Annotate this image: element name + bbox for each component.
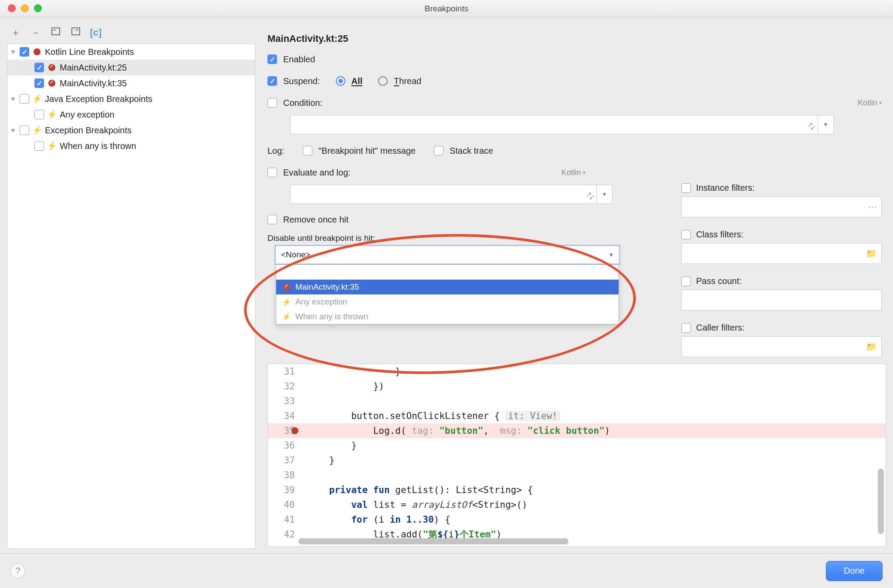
folder-icon[interactable]: 📁 [866, 341, 877, 352]
breakpoint-dot-icon [47, 63, 56, 72]
item-checkbox[interactable] [34, 141, 44, 151]
code-line[interactable]: 38 [268, 468, 886, 483]
remove-once-hit-checkbox[interactable] [267, 215, 277, 224]
group-checkbox[interactable] [20, 125, 29, 135]
toolbar-preview-icon[interactable]: [c] [90, 27, 102, 38]
breakpoints-tree[interactable]: Kotlin Line BreakpointsMainActivity.kt:2… [7, 44, 255, 549]
vertical-scrollbar[interactable] [878, 469, 884, 534]
suspend-checkbox[interactable] [267, 76, 277, 86]
disclosure-triangle-icon[interactable] [10, 48, 16, 55]
code-line[interactable]: 41 for (i in 1..30) { [268, 512, 886, 527]
toolbar-group-by-icon[interactable] [50, 27, 62, 39]
dropdown-icon[interactable] [818, 115, 833, 134]
add-breakpoint-button[interactable]: ＋ [10, 26, 22, 39]
gutter[interactable]: 35 [268, 423, 299, 438]
item-checkbox[interactable] [34, 78, 44, 88]
gutter[interactable]: 40 [268, 497, 299, 512]
bolt-icon: ⚡ [47, 142, 56, 150]
bolt-icon: ⚡ [282, 298, 291, 306]
class-filters-checkbox[interactable] [681, 230, 691, 240]
disclosure-triangle-icon[interactable] [10, 127, 16, 134]
condition-field[interactable] [290, 115, 834, 134]
pass-count-checkbox[interactable] [681, 277, 691, 286]
instance-filters-field[interactable]: ⋯ [681, 196, 882, 217]
code-line[interactable]: 39 private fun getList(): List<String> { [268, 483, 886, 497]
suspend-thread-radio[interactable] [378, 76, 388, 86]
gutter[interactable]: 34 [268, 409, 299, 423]
close-window-button[interactable] [8, 4, 16, 12]
evaluate-language-chip[interactable]: Kotlin [562, 168, 585, 177]
evaluate-log-checkbox[interactable] [267, 168, 277, 177]
code-preview[interactable]: 31 }32 })3334 button.setOnClickListener … [267, 364, 886, 547]
suspend-all-label[interactable]: All [352, 76, 363, 86]
item-checkbox[interactable] [34, 110, 44, 119]
group-checkbox[interactable] [20, 47, 29, 57]
gutter[interactable]: 37 [268, 453, 299, 468]
suspend-thread-label[interactable]: Thread [394, 76, 421, 86]
tree-item[interactable]: ⚡Any exception [7, 107, 255, 122]
gutter[interactable]: 32 [268, 379, 299, 394]
caller-filters-field[interactable]: 📁 [681, 336, 882, 357]
condition-label: Condition: [283, 98, 322, 108]
log-bp-hit-checkbox[interactable] [303, 146, 312, 155]
done-button[interactable]: Done [826, 561, 883, 581]
tree-group[interactable]: ⚡Exception Breakpoints [7, 122, 255, 138]
remove-breakpoint-button[interactable]: － [30, 26, 42, 39]
folder-icon[interactable]: 📁 [866, 248, 877, 259]
item-checkbox[interactable] [34, 63, 44, 72]
toolbar-view-options-icon[interactable] [70, 27, 82, 39]
condition-checkbox[interactable] [267, 98, 277, 108]
disclosure-triangle-icon[interactable] [10, 95, 16, 102]
zoom-window-button[interactable] [34, 4, 42, 12]
help-button[interactable]: ? [10, 564, 25, 578]
pass-count-field[interactable] [681, 290, 882, 311]
evaluate-log-field[interactable] [290, 185, 612, 204]
code-line[interactable]: 35 Log.d( tag: "button", msg: "click but… [268, 423, 886, 438]
disable-until-option[interactable] [276, 265, 619, 280]
dropdown-icon[interactable] [596, 185, 612, 203]
code-line[interactable]: 40 val list = arrayListOf<String>() [268, 497, 886, 512]
disable-until-option[interactable]: MainActivity.kt:35 [276, 280, 619, 294]
gutter[interactable]: 41 [268, 512, 299, 527]
tree-item[interactable]: MainActivity.kt:35 [7, 75, 255, 91]
disable-until-combo[interactable]: <None> MainActivity.kt:35⚡Any exception⚡… [275, 246, 619, 264]
log-bp-hit-label: "Breakpoint hit" message [318, 146, 416, 156]
svg-rect-3 [76, 30, 78, 30]
code-line[interactable]: 36 } [268, 438, 886, 453]
enabled-checkbox[interactable] [267, 54, 277, 64]
more-icon[interactable]: ⋯ [868, 202, 877, 212]
tree-item[interactable]: ⚡When any is thrown [7, 138, 255, 154]
suspend-all-radio[interactable] [336, 76, 345, 86]
tree-item[interactable]: MainActivity.kt:25 [7, 60, 255, 75]
disable-until-option: ⚡When any is thrown [276, 309, 619, 324]
svg-rect-2 [72, 28, 80, 35]
gutter[interactable]: 33 [268, 394, 299, 409]
gutter[interactable]: 38 [268, 468, 299, 483]
log-stack-checkbox[interactable] [434, 146, 443, 155]
horizontal-scrollbar[interactable] [298, 538, 568, 544]
gutter[interactable]: 42 [268, 527, 299, 542]
tree-group[interactable]: Kotlin Line Breakpoints [7, 44, 255, 60]
group-checkbox[interactable] [20, 94, 29, 104]
class-filters-field[interactable]: 📁 [681, 243, 882, 264]
code-line[interactable]: 32 }) [268, 379, 886, 394]
code-text: private fun getList(): List<String> { [299, 485, 533, 495]
evaluate-log-label: Evaluate and log: [283, 168, 351, 178]
minimize-window-button[interactable] [21, 4, 29, 12]
tree-item-label: MainActivity.kt:35 [60, 78, 127, 88]
breakpoint-gutter-icon[interactable] [291, 427, 298, 434]
gutter[interactable]: 31 [268, 364, 299, 379]
code-line[interactable]: 33 [268, 394, 886, 409]
gutter[interactable]: 36 [268, 438, 299, 453]
code-line[interactable]: 34 button.setOnClickListener { it: View! [268, 409, 886, 423]
condition-language-chip[interactable]: Kotlin [858, 98, 882, 108]
code-line[interactable]: 37 } [268, 453, 886, 468]
code-line[interactable]: 31 } [268, 364, 886, 379]
gutter[interactable]: 39 [268, 483, 299, 497]
instance-filters-checkbox[interactable] [681, 183, 691, 193]
expand-icon[interactable] [586, 190, 594, 199]
expand-icon[interactable] [807, 121, 815, 129]
tree-item-label: Any exception [60, 110, 115, 120]
caller-filters-checkbox[interactable] [681, 323, 691, 333]
tree-group[interactable]: ⚡Java Exception Breakpoints [7, 91, 255, 107]
